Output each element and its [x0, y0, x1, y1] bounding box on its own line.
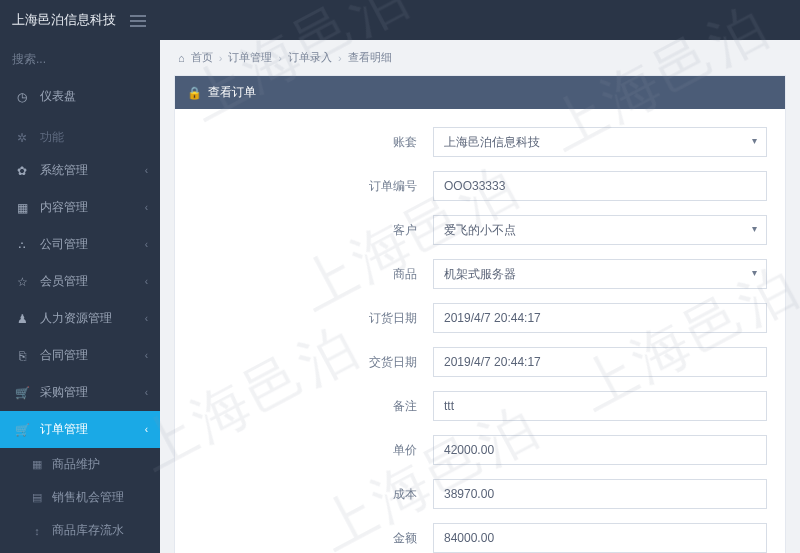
- input-amount[interactable]: [433, 523, 767, 553]
- input-order-date[interactable]: [433, 303, 767, 333]
- doc-icon: ▦: [14, 201, 30, 215]
- label-unit-price: 单价: [193, 442, 433, 459]
- menu-toggle-icon[interactable]: [130, 12, 146, 28]
- user-icon: ♟: [14, 312, 30, 326]
- chevron-left-icon: ‹: [145, 239, 148, 250]
- chevron-left-icon: ‹: [145, 276, 148, 287]
- sidebar-item-label: 会员管理: [40, 273, 88, 290]
- search-input[interactable]: [12, 52, 160, 66]
- sidebar-sub-label: 商品维护: [52, 456, 100, 473]
- panel-body: 账套 上海邑泊信息科技 ▾ 订单编号 客户 爱飞的小不点 ▾ 商品: [175, 109, 785, 553]
- lock-icon: 🔒: [187, 86, 202, 100]
- row-customer: 客户 爱飞的小不点 ▾: [193, 215, 767, 245]
- flow-icon: ↕: [30, 525, 44, 537]
- row-amount: 金额: [193, 523, 767, 553]
- chevron-left-icon: ‹: [145, 350, 148, 361]
- sidebar-item-contract[interactable]: ⎘ 合同管理 ‹: [0, 337, 160, 374]
- label-order-date: 订货日期: [193, 310, 433, 327]
- sidebar-item-purchase[interactable]: 🛒 采购管理 ‹: [0, 374, 160, 411]
- chevron-left-icon: ‹: [145, 387, 148, 398]
- breadcrumb-l1[interactable]: 订单管理: [228, 50, 272, 65]
- sidebar-item-label: 订单管理: [40, 421, 88, 438]
- grid-icon: ▦: [30, 458, 44, 471]
- sidebar-sub-label: 商品库存流水: [52, 522, 124, 539]
- sidebar-item-system[interactable]: ✿ 系统管理 ‹: [0, 152, 160, 189]
- row-cost: 成本: [193, 479, 767, 509]
- chevron-left-icon: ‹: [145, 202, 148, 213]
- sidebar-sub-sales-opp[interactable]: ▤销售机会管理: [0, 481, 160, 514]
- sidebar-sub-product[interactable]: ▦商品维护: [0, 448, 160, 481]
- row-product: 商品 机架式服务器 ▾: [193, 259, 767, 289]
- cart-icon: 🛒: [14, 386, 30, 400]
- row-ship-date: 交货日期: [193, 347, 767, 377]
- label-product: 商品: [193, 266, 433, 283]
- sidebar-sub-label: 销售机会管理: [52, 489, 124, 506]
- sidebar-item-label: 公司管理: [40, 236, 88, 253]
- chevron-left-icon: ‹: [145, 313, 148, 324]
- breadcrumb-l2[interactable]: 订单录入: [288, 50, 332, 65]
- breadcrumb-sep: ›: [278, 52, 282, 64]
- building-icon: ⛬: [14, 238, 30, 252]
- label-customer: 客户: [193, 222, 433, 239]
- topbar: 上海邑泊信息科技: [0, 0, 800, 40]
- breadcrumb: ⌂ 首页 › 订单管理 › 订单录入 › 查看明细: [160, 40, 800, 75]
- select-customer[interactable]: 爱飞的小不点: [433, 215, 767, 245]
- brand-title: 上海邑泊信息科技: [12, 11, 116, 29]
- list-icon: ▤: [30, 491, 44, 504]
- row-remark: 备注: [193, 391, 767, 421]
- sidebar-item-label: 合同管理: [40, 347, 88, 364]
- label-remark: 备注: [193, 398, 433, 415]
- breadcrumb-sep: ›: [219, 52, 223, 64]
- cog-icon: ✿: [14, 164, 30, 178]
- select-product[interactable]: 机架式服务器: [433, 259, 767, 289]
- cart-icon: 🛒: [14, 423, 30, 437]
- sidebar-item-label: 采购管理: [40, 384, 88, 401]
- sidebar-sub-stock-flow[interactable]: ↕商品库存流水: [0, 514, 160, 547]
- chevron-left-icon: ‹: [145, 424, 148, 435]
- label-ship-date: 交货日期: [193, 354, 433, 371]
- select-account[interactable]: 上海邑泊信息科技: [433, 127, 767, 157]
- sidebar-item-hr[interactable]: ♟ 人力资源管理 ‹: [0, 300, 160, 337]
- input-cost[interactable]: [433, 479, 767, 509]
- row-order-date: 订货日期: [193, 303, 767, 333]
- sidebar-sub-stock-in[interactable]: ⇥商品入库: [0, 547, 160, 553]
- breadcrumb-l3[interactable]: 查看明细: [348, 50, 392, 65]
- sidebar-item-order[interactable]: 🛒 订单管理 ‹: [0, 411, 160, 448]
- gear-icon: ✲: [14, 131, 30, 145]
- chevron-left-icon: ‹: [145, 165, 148, 176]
- row-account: 账套 上海邑泊信息科技 ▾: [193, 127, 767, 157]
- sidebar-search[interactable]: [0, 40, 160, 78]
- sidebar-section-label: 功能: [40, 129, 64, 146]
- star-icon: ☆: [14, 275, 30, 289]
- dashboard-icon: ◷: [14, 90, 30, 104]
- input-remark[interactable]: [433, 391, 767, 421]
- row-order-no: 订单编号: [193, 171, 767, 201]
- label-account: 账套: [193, 134, 433, 151]
- sidebar-item-content[interactable]: ▦ 内容管理 ‹: [0, 189, 160, 226]
- input-order-no[interactable]: [433, 171, 767, 201]
- breadcrumb-home[interactable]: 首页: [191, 50, 213, 65]
- input-unit-price[interactable]: [433, 435, 767, 465]
- panel-title: 查看订单: [208, 84, 256, 101]
- sidebar-item-label: 内容管理: [40, 199, 88, 216]
- file-icon: ⎘: [14, 349, 30, 363]
- sidebar-item-dashboard[interactable]: ◷ 仪表盘: [0, 78, 160, 115]
- panel-view-order: 🔒 查看订单 账套 上海邑泊信息科技 ▾ 订单编号 客户 爱飞的小不点 ▾: [174, 75, 786, 553]
- sidebar-item-label: 人力资源管理: [40, 310, 112, 327]
- sidebar: ◷ 仪表盘 ✲ 功能 ✿ 系统管理 ‹ ▦ 内容管理 ‹ ⛬ 公司管理 ‹ ☆ …: [0, 40, 160, 553]
- input-ship-date[interactable]: [433, 347, 767, 377]
- home-icon: ⌂: [178, 52, 185, 64]
- label-order-no: 订单编号: [193, 178, 433, 195]
- breadcrumb-sep: ›: [338, 52, 342, 64]
- panel-header: 🔒 查看订单: [175, 76, 785, 109]
- sidebar-section-feature: ✲ 功能: [0, 115, 160, 152]
- sidebar-item-label: 系统管理: [40, 162, 88, 179]
- label-amount: 金额: [193, 530, 433, 547]
- main-content: ⌂ 首页 › 订单管理 › 订单录入 › 查看明细 🔒 查看订单 账套 上海邑泊…: [160, 40, 800, 553]
- row-unit-price: 单价: [193, 435, 767, 465]
- sidebar-item-member[interactable]: ☆ 会员管理 ‹: [0, 263, 160, 300]
- label-cost: 成本: [193, 486, 433, 503]
- sidebar-item-company[interactable]: ⛬ 公司管理 ‹: [0, 226, 160, 263]
- sidebar-item-label: 仪表盘: [40, 88, 76, 105]
